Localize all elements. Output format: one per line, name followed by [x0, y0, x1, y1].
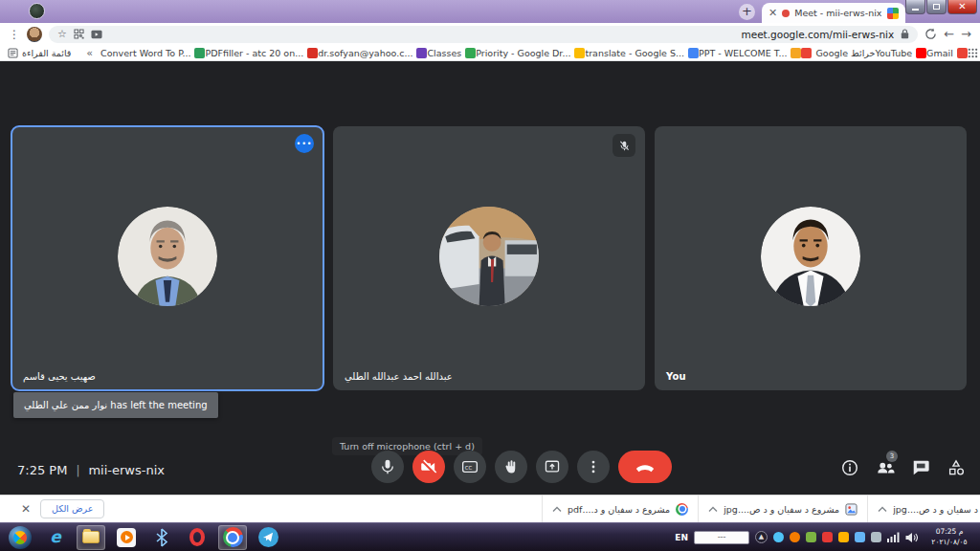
bookmark-favicon [465, 48, 476, 58]
microphone-button[interactable] [371, 451, 404, 483]
tray-icon[interactable] [790, 532, 800, 542]
download-filename: مشروع د سفيان و د....pdf [568, 504, 670, 515]
download-item-pdf[interactable]: مشروع د سفيان و د....pdf [542, 496, 698, 522]
meet-call-area: ••• صهيب يحيى قاسم [0, 62, 980, 495]
download-item-jpg[interactable]: مشروع د سفيان و د ص....jpg [867, 496, 980, 522]
tile-more-options-button[interactable]: ••• [295, 134, 314, 153]
clock-separator: | [76, 464, 79, 477]
participant-tile-2[interactable]: عبدالله احمد عبدالله الطلي [333, 126, 645, 390]
new-tab-button[interactable]: + [739, 4, 755, 20]
url-text[interactable]: meet.google.com/mii-erws-nix [741, 29, 894, 40]
system-tray: EN --- ▲ 07:25 م ٢٠٢١/٠٨/٠٥ [675, 523, 980, 551]
participant-tile-1[interactable]: ••• صهيب يحيى قاسم [11, 126, 323, 390]
browser-titlebar: + ✕ Meet - mii-erws-nix ✕ [0, 0, 980, 23]
tray-icon[interactable] [838, 532, 849, 542]
media-player-icon[interactable] [112, 525, 141, 550]
network-icon[interactable] [887, 532, 900, 542]
telegram-icon[interactable] [254, 525, 282, 550]
bookmark-favicon [801, 48, 812, 58]
chevron-up-icon[interactable] [708, 506, 718, 513]
lock-icon[interactable] [901, 29, 909, 39]
bookmark-item[interactable]: Gmail [926, 48, 968, 58]
end-call-button[interactable] [618, 451, 672, 483]
tray-show-hidden-button[interactable]: ▲ [755, 531, 768, 543]
bluetooth-icon[interactable] [147, 525, 176, 550]
window-maximize-button[interactable] [926, 0, 947, 14]
participant-tile-you[interactable]: You [655, 126, 967, 390]
internet-explorer-icon[interactable]: e [41, 525, 70, 550]
titlebar-profile-badge[interactable] [29, 3, 45, 19]
downloads-show-all-button[interactable]: عرض الكل [40, 499, 104, 518]
address-bar[interactable]: ☆ meet.google.com/mii-erws-nix [49, 26, 918, 43]
back-icon[interactable]: ← [944, 28, 954, 40]
media-control-icon[interactable] [91, 30, 102, 39]
participants-count-badge: 3 [886, 451, 898, 462]
mic-muted-icon [612, 134, 635, 157]
tab-close-icon[interactable]: ✕ [768, 8, 777, 18]
qr-scan-icon[interactable] [74, 29, 84, 39]
more-options-button[interactable] [577, 451, 610, 483]
bookmark-item[interactable]: Priority - Google Dr... [476, 48, 585, 58]
left-meeting-toast: نوار ممن علي الطلي has left the meeting [13, 392, 218, 418]
chevron-up-icon[interactable] [878, 506, 887, 513]
windows-taskbar: e EN --- ▲ [0, 522, 980, 551]
chat-button[interactable] [910, 457, 931, 478]
present-screen-button[interactable] [536, 451, 568, 483]
screen: + ✕ Meet - mii-erws-nix ✕ ⋮ ☆ meet.googl… [0, 0, 980, 551]
opera-icon[interactable] [183, 525, 212, 550]
recording-dot-icon [782, 10, 790, 17]
tab-title: Meet - mii-erws-nix [794, 8, 882, 18]
participant-avatar [118, 207, 217, 306]
raise-hand-button[interactable] [495, 451, 527, 483]
bookmark-favicon [194, 48, 205, 58]
forward-icon[interactable]: → [961, 28, 971, 40]
captions-button[interactable]: CC [454, 451, 486, 483]
downloads-close-icon[interactable]: ✕ [21, 502, 31, 516]
language-indicator[interactable]: EN [675, 533, 688, 542]
bookmark-item[interactable]: Classes [427, 48, 476, 58]
bookmark-favicon [307, 48, 318, 58]
file-explorer-icon[interactable] [77, 525, 105, 550]
bookmark-favicon [957, 48, 968, 58]
bookmark-items: Convert Word To P... PDFfiller - atc 20 … [100, 48, 980, 58]
browser-profile-avatar[interactable] [27, 27, 42, 42]
tray-icon[interactable] [855, 532, 865, 542]
bookmark-item[interactable]: translate - Google S... [585, 48, 699, 58]
start-button[interactable] [6, 525, 34, 550]
tray-icon[interactable] [822, 532, 833, 542]
bookmarks-overflow-chevron[interactable]: « [86, 47, 93, 59]
download-item-jpg[interactable]: مشروع د سفيان و د ص....jpg [698, 496, 867, 522]
tray-icon[interactable] [871, 532, 881, 542]
meeting-clock: 7:25 PM [17, 463, 67, 477]
taskbar-clock[interactable]: 07:25 م ٢٠٢١/٠٨/٠٥ [924, 527, 975, 546]
window-controls: ✕ [904, 0, 977, 14]
browser-tab-meet[interactable]: ✕ Meet - mii-erws-nix [762, 3, 905, 23]
clock-date: ٢٠٢١/٠٨/٠٥ [924, 538, 975, 547]
reading-list-button[interactable]: قائمة القراءة [8, 48, 71, 58]
bookmark-item[interactable]: YouTube [875, 48, 926, 58]
tray-icon[interactable] [806, 532, 816, 542]
bookmark-item-apps[interactable]: التطبيقات [968, 48, 980, 58]
reload-icon[interactable] [924, 28, 937, 40]
bookmark-item[interactable]: PDFfiller - atc 20 on... [205, 48, 318, 58]
meeting-details-button[interactable] [839, 457, 860, 478]
activities-button[interactable] [946, 457, 967, 478]
bookmark-favicon [688, 48, 699, 58]
bookmark-item[interactable]: dr.sofyan@yahoo.c... [318, 48, 427, 58]
taskbar-address-box[interactable]: --- [694, 531, 749, 544]
bookmark-item[interactable]: Convert Word To P... [100, 48, 205, 58]
volume-icon[interactable] [905, 532, 918, 543]
participant-name: عبدالله احمد عبدالله الطلي [345, 371, 453, 382]
bookmark-star-icon[interactable]: ☆ [57, 29, 67, 39]
participant-avatar [439, 207, 539, 306]
browser-menu-icon[interactable]: ⋮ [9, 28, 20, 41]
window-close-button[interactable]: ✕ [947, 0, 977, 14]
chrome-icon[interactable] [218, 525, 247, 550]
participants-button[interactable]: 3 [875, 457, 896, 478]
window-minimize-button[interactable] [905, 0, 925, 14]
tray-icon[interactable] [773, 532, 784, 542]
camera-off-button[interactable] [412, 451, 445, 483]
chevron-up-icon[interactable] [552, 506, 562, 513]
bookmark-item[interactable]: خرائط Google [801, 48, 875, 58]
bookmark-item[interactable]: PPT - WELCOME T... [699, 48, 801, 58]
